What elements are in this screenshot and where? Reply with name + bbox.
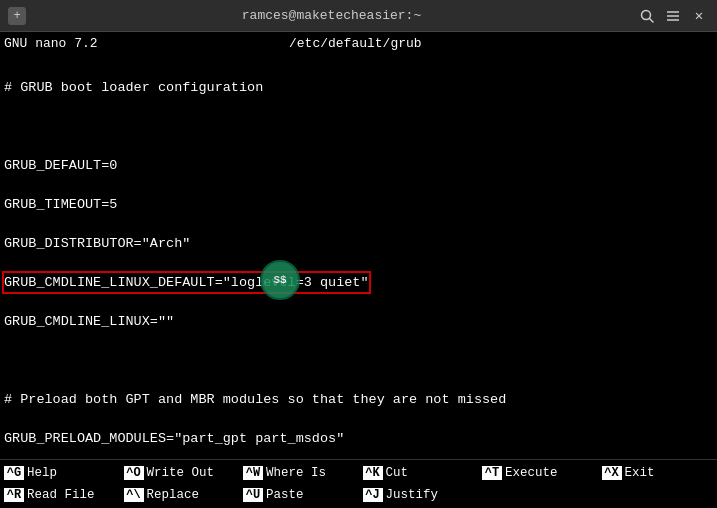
key-where-is: ^W [243, 466, 263, 480]
editor-line-2: GRUB_DEFAULT=0 [4, 156, 713, 176]
key-write-out: ^O [124, 466, 144, 480]
label-paste: Paste [266, 488, 304, 502]
editor-line-3: GRUB_TIMEOUT=5 [4, 195, 713, 215]
label-read-file: Read File [27, 488, 95, 502]
label-execute: Execute [505, 466, 558, 480]
label-where-is: Where Is [266, 466, 326, 480]
title-bar-left: + [8, 7, 26, 25]
shortcut-cut[interactable]: ^K Cut [359, 462, 479, 484]
editor-area[interactable]: # GRUB boot loader configuration GRUB_DE… [0, 54, 717, 459]
title-bar-right: ✕ [637, 6, 709, 26]
key-justify: ^J [363, 488, 383, 502]
watermark-icon: S$ [260, 260, 300, 300]
label-replace: Replace [147, 488, 200, 502]
main-container: GNU nano 7.2 /etc/default/grub # GRUB bo… [0, 32, 717, 508]
key-exit: ^X [602, 466, 622, 480]
shortcut-where-is[interactable]: ^W Where Is [239, 462, 359, 484]
shortcut-exit[interactable]: ^X Exit [598, 462, 718, 484]
shortcut-replace[interactable]: ^\ Replace [120, 484, 240, 506]
svg-line-1 [650, 18, 654, 22]
title-bar: + ramces@maketecheasier:~ ✕ [0, 0, 717, 32]
key-paste: ^U [243, 488, 263, 502]
bottom-bar: ^G Help ^O Write Out ^W Where Is ^K Cut … [0, 459, 717, 508]
nano-version: GNU nano 7.2 [4, 36, 98, 51]
nano-header: GNU nano 7.2 /etc/default/grub [0, 32, 717, 54]
editor-line-6: GRUB_CMDLINE_LINUX="" [4, 312, 713, 332]
label-write-out: Write Out [147, 466, 215, 480]
editor-line-1 [4, 117, 713, 137]
search-icon[interactable] [637, 6, 657, 26]
key-help: ^G [4, 466, 24, 480]
label-justify: Justify [386, 488, 439, 502]
editor-line-8: # Preload both GPT and MBR modules so th… [4, 390, 713, 410]
editor-line-7 [4, 351, 713, 371]
shortcut-paste[interactable]: ^U Paste [239, 484, 359, 506]
key-replace: ^\ [124, 488, 144, 502]
editor-line-0: # GRUB boot loader configuration [4, 78, 713, 98]
key-execute: ^T [482, 466, 502, 480]
close-icon[interactable]: ✕ [689, 6, 709, 26]
window-title: ramces@maketecheasier:~ [242, 8, 421, 23]
editor-line-5: GRUB_CMDLINE_LINUX_DEFAULT="loglevel=3 q… [4, 273, 713, 293]
shortcut-write-out[interactable]: ^O Write Out [120, 462, 240, 484]
label-help: Help [27, 466, 57, 480]
label-cut: Cut [386, 466, 409, 480]
nano-filename: /etc/default/grub [98, 36, 613, 51]
key-read-file: ^R [4, 488, 24, 502]
key-cut: ^K [363, 466, 383, 480]
menu-icon[interactable] [663, 6, 683, 26]
shortcut-execute[interactable]: ^T Execute [478, 462, 598, 484]
editor-line-4: GRUB_DISTRIBUTOR="Arch" [4, 234, 713, 254]
new-tab-button[interactable]: + [8, 7, 26, 25]
shortcut-help[interactable]: ^G Help [0, 462, 120, 484]
shortcut-justify[interactable]: ^J Justify [359, 484, 479, 506]
editor-line-9: GRUB_PRELOAD_MODULES="part_gpt part_msdo… [4, 429, 713, 449]
shortcut-read-file[interactable]: ^R Read File [0, 484, 120, 506]
label-exit: Exit [625, 466, 655, 480]
